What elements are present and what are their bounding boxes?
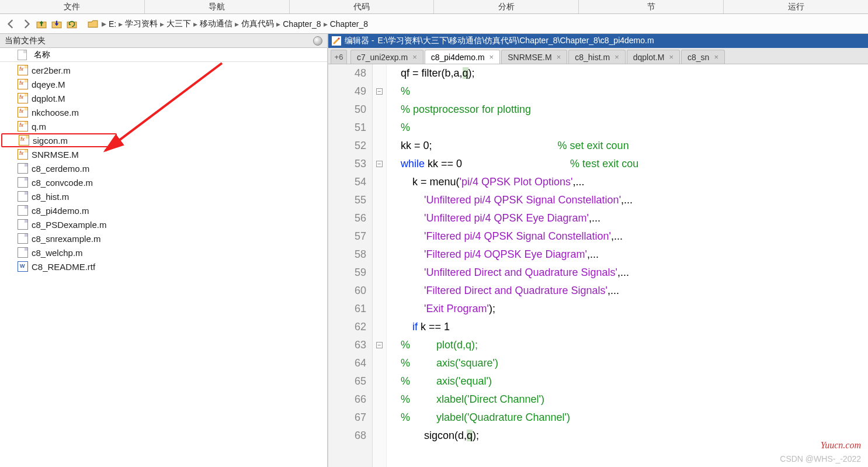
script-file-icon [18, 177, 28, 188]
editor-tab[interactable]: dqplot.M× [627, 50, 680, 64]
script-file-icon [18, 219, 28, 230]
code-content[interactable]: qf = filter(b,a,q);%% postprocessor for … [387, 64, 868, 467]
crumb-seg[interactable]: 大三下 [166, 19, 191, 29]
file-row[interactable]: C8_README.rtf [0, 260, 327, 274]
script-file-icon [18, 233, 28, 244]
menu-bar: 文件 导航 代码 分析 节 运行 [0, 0, 868, 14]
tab-close-icon[interactable]: × [614, 53, 619, 61]
editor-tab[interactable]: c8_pi4demo.m× [425, 50, 500, 64]
crumb-seg[interactable]: Chapter_8 [283, 19, 321, 29]
function-file-icon [18, 79, 28, 89]
menu-code[interactable]: 代码 [290, 0, 435, 13]
script-file-icon [18, 205, 28, 216]
file-row[interactable]: cer2ber.m [0, 63, 327, 77]
tab-overflow-button[interactable]: +6 [331, 50, 347, 64]
folder-open-icon[interactable] [86, 18, 99, 30]
tab-label: dqplot.M [633, 53, 665, 62]
file-name: sigcon.m [33, 136, 68, 146]
file-name: c8_convcode.m [32, 178, 93, 188]
file-row[interactable]: sigcon.m [1, 133, 117, 147]
current-folder-panel: 当前文件夹 名称 cer2ber.mdqeye.Mdqplot.Mnkchoos… [0, 34, 328, 467]
code-fold-gutter[interactable]: −−− [373, 64, 387, 467]
script-file-icon [18, 247, 28, 258]
editor-tab[interactable]: c8_sn× [681, 50, 725, 64]
file-name: dqeye.M [32, 79, 65, 89]
crumb-seg[interactable]: 移动通信 [200, 19, 232, 29]
file-row[interactable]: c8_snrexample.m [0, 231, 327, 245]
tab-close-icon[interactable]: × [714, 53, 718, 61]
file-name: c8_hist.m [32, 192, 69, 202]
crumb-drive[interactable]: E: [109, 19, 116, 29]
file-row[interactable]: dqeye.M [0, 77, 327, 91]
editor-tab[interactable]: SNRMSE.M× [501, 50, 567, 64]
file-name: c8_welchp.m [32, 248, 83, 258]
menu-analyze[interactable]: 分析 [434, 0, 579, 13]
breadcrumb: E:▸ 学习资料▸ 大三下▸ 移动通信▸ 仿真代码▸ Chapter_8▸ Ch… [109, 19, 368, 29]
function-file-icon [18, 149, 28, 160]
editor-tab[interactable]: c8_hist.m× [568, 50, 626, 64]
menu-run[interactable]: 运行 [724, 0, 868, 13]
function-file-icon [18, 65, 28, 75]
editor-tab[interactable]: c7_uni2exp.m× [350, 50, 423, 64]
file-row[interactable]: q.m [0, 119, 327, 133]
editor-panel: 编辑器 - E:\学习资料\大三下\移动通信\仿真代码\Chapter_8\Ch… [328, 34, 868, 467]
nav-forward-button[interactable] [20, 18, 33, 30]
tab-label: c8_sn [688, 53, 709, 62]
tab-label: c8_hist.m [575, 53, 610, 62]
file-row[interactable]: c8_convcode.m [0, 175, 327, 189]
up-folder-button[interactable] [35, 18, 48, 30]
menu-file[interactable]: 文件 [0, 0, 145, 13]
tab-label: SNRMSE.M [508, 53, 551, 62]
file-name: SNRMSE.M [32, 150, 79, 160]
file-row[interactable]: nkchoose.m [0, 105, 327, 119]
file-list-header[interactable]: 名称 [0, 48, 327, 62]
file-row[interactable]: c8_cerdemo.m [0, 161, 327, 175]
file-list[interactable]: cer2ber.mdqeye.Mdqplot.Mnkchoose.mq.msig… [0, 62, 327, 467]
file-name: q.m [32, 122, 46, 132]
crumb-seg[interactable]: 仿真代码 [241, 19, 274, 29]
crumb-seg[interactable]: Chapter_8 [330, 19, 368, 29]
file-row[interactable]: c8_PSDexample.m [0, 217, 327, 231]
file-name: c8_PSDexample.m [32, 220, 106, 230]
crumb-seg[interactable]: 学习资料 [125, 19, 158, 29]
editor-titlebar: 编辑器 - E:\学习资料\大三下\移动通信\仿真代码\Chapter_8\Ch… [328, 34, 868, 48]
line-number-gutter: 4849505152535455565758596061626364656667… [328, 64, 373, 467]
tab-close-icon[interactable]: × [489, 53, 494, 61]
file-row[interactable]: c8_hist.m [0, 189, 327, 203]
file-row[interactable]: SNRMSE.M [0, 147, 327, 161]
file-name: nkchoose.m [32, 108, 79, 117]
menu-section[interactable]: 节 [579, 0, 724, 13]
function-file-icon [18, 93, 28, 103]
tab-label: c8_pi4demo.m [431, 53, 485, 62]
script-file-icon [18, 191, 28, 202]
file-name: c8_pi4demo.m [32, 206, 89, 216]
code-editor[interactable]: 4849505152535455565758596061626364656667… [328, 64, 868, 467]
folder-button-2[interactable] [50, 18, 63, 30]
toolbar: ▸ E:▸ 学习资料▸ 大三下▸ 移动通信▸ 仿真代码▸ Chapter_8▸ … [0, 14, 868, 34]
name-column-header: 名称 [34, 50, 50, 60]
function-file-icon [18, 107, 28, 117]
editor-tab-bar: +6 c7_uni2exp.m×c8_pi4demo.m×SNRMSE.M×c8… [328, 48, 868, 64]
script-file-icon [18, 163, 28, 174]
folder-button-3[interactable] [65, 18, 78, 30]
file-row[interactable]: c8_welchp.m [0, 245, 327, 260]
file-name: C8_README.rtf [32, 262, 95, 272]
file-name: c8_cerdemo.m [32, 164, 89, 174]
rtf-file-icon [18, 261, 28, 272]
tab-close-icon[interactable]: × [412, 53, 417, 61]
file-name: c8_snrexample.m [32, 234, 100, 244]
panel-options-icon[interactable] [313, 36, 322, 46]
function-file-icon [18, 121, 28, 132]
current-folder-title: 当前文件夹 [5, 36, 46, 46]
tab-close-icon[interactable]: × [557, 53, 561, 61]
doc-icon [18, 50, 27, 60]
tab-close-icon[interactable]: × [669, 53, 673, 61]
nav-back-button[interactable] [5, 18, 18, 30]
file-row[interactable]: dqplot.M [0, 91, 327, 105]
file-row[interactable]: c8_pi4demo.m [0, 203, 327, 217]
current-folder-header: 当前文件夹 [0, 34, 327, 48]
tab-label: c7_uni2exp.m [357, 53, 408, 62]
function-file-icon [19, 135, 29, 146]
file-name: cer2ber.m [32, 65, 71, 75]
menu-nav[interactable]: 导航 [145, 0, 290, 13]
